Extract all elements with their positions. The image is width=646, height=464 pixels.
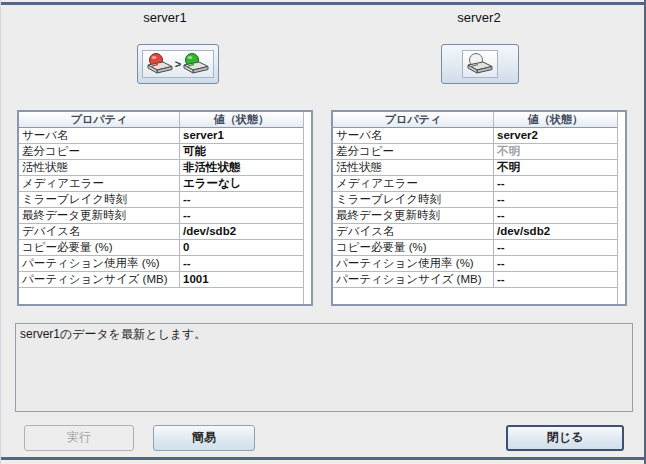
server2-table-scrollbar-gutter <box>617 112 625 304</box>
property-cell: パーティションサイズ (MB) <box>333 272 494 287</box>
value-cell: -- <box>180 208 303 223</box>
value-cell: -- <box>494 192 617 207</box>
server1-table-scrollbar-gutter <box>303 112 311 304</box>
property-cell: コピー必要量 (%) <box>333 240 494 255</box>
value-cell: 不明 <box>494 160 617 175</box>
value-column-header: 値（状態） <box>180 112 303 127</box>
server1-mirror-recovery-button[interactable]: > <box>137 44 219 84</box>
property-cell: サーバ名 <box>333 128 494 143</box>
property-cell: コピー必要量 (%) <box>19 240 180 255</box>
table-row: メディアエラーエラーなし <box>19 176 303 192</box>
execute-button[interactable]: 実行 <box>24 425 134 451</box>
value-cell: -- <box>494 176 617 191</box>
server2-status-table: プロパティ 値（状態） サーバ名server2 差分コピー不明 活性状態不明 メ… <box>331 110 627 306</box>
table-row: 差分コピー可能 <box>19 144 303 160</box>
property-cell: デバイス名 <box>19 224 180 239</box>
green-disk-icon <box>182 52 210 76</box>
property-cell: 差分コピー <box>333 144 494 159</box>
table-row: 差分コピー不明 <box>333 144 617 160</box>
table-row: パーティションサイズ (MB)1001 <box>19 272 303 288</box>
value-cell: 可能 <box>180 144 303 159</box>
server1-status-table: プロパティ 値（状態） サーバ名server1 差分コピー可能 活性状態非活性状… <box>17 110 313 306</box>
value-cell: -- <box>180 256 303 271</box>
property-cell: サーバ名 <box>19 128 180 143</box>
property-cell: ミラーブレイク時刻 <box>19 192 180 207</box>
close-button[interactable]: 閉じる <box>506 425 624 451</box>
value-cell: -- <box>494 208 617 223</box>
value-cell: 不明 <box>494 144 617 159</box>
table-row: パーティション使用率 (%)-- <box>333 256 617 272</box>
operation-message-area: server1のデータを最新とします。 <box>15 323 633 412</box>
table-row: デバイス名/dev/sdb2 <box>333 224 617 240</box>
value-column-header: 値（状態） <box>494 112 617 127</box>
table-row: ミラーブレイク時刻-- <box>333 192 617 208</box>
property-cell: デバイス名 <box>333 224 494 239</box>
table-row: パーティション使用率 (%)-- <box>19 256 303 272</box>
property-cell: メディアエラー <box>19 176 180 191</box>
property-cell: 差分コピー <box>19 144 180 159</box>
value-cell: 1001 <box>180 272 303 287</box>
value-cell: /dev/sdb2 <box>180 224 303 239</box>
unknown-state-gray-disk-icon <box>462 50 498 78</box>
server1-title: server1 <box>17 10 313 25</box>
property-cell: 活性状態 <box>19 160 180 175</box>
server2-title: server2 <box>331 10 627 25</box>
value-cell: エラーなし <box>180 176 303 191</box>
property-cell: 最終データ更新時刻 <box>333 208 494 223</box>
property-column-header: プロパティ <box>19 112 180 127</box>
table-row: 活性状態非活性状態 <box>19 160 303 176</box>
red-disk-icon <box>146 52 174 76</box>
value-cell: -- <box>494 272 617 287</box>
value-cell: -- <box>494 256 617 271</box>
table-row: コピー必要量 (%)0 <box>19 240 303 256</box>
property-cell: パーティションサイズ (MB) <box>19 272 180 287</box>
table-row: 活性状態不明 <box>333 160 617 176</box>
table-row: メディアエラー-- <box>333 176 617 192</box>
value-cell: -- <box>494 240 617 255</box>
server2-state-button[interactable] <box>441 44 519 84</box>
table-row: サーバ名server1 <box>19 128 303 144</box>
mirror-disk-helper-window: server1 server2 > <box>0 0 646 464</box>
value-cell: 0 <box>180 240 303 255</box>
table-row: サーバ名server2 <box>333 128 617 144</box>
copy-direction-arrow: > <box>175 59 181 70</box>
property-cell: メディアエラー <box>333 176 494 191</box>
table-row: 最終データ更新時刻-- <box>333 208 617 224</box>
property-cell: ミラーブレイク時刻 <box>333 192 494 207</box>
value-cell: /dev/sdb2 <box>494 224 617 239</box>
value-cell: -- <box>180 192 303 207</box>
simple-mode-button[interactable]: 簡易 <box>153 425 255 451</box>
table-row: コピー必要量 (%)-- <box>333 240 617 256</box>
property-cell: パーティション使用率 (%) <box>333 256 494 271</box>
table-row: デバイス名/dev/sdb2 <box>19 224 303 240</box>
value-cell: server2 <box>494 128 617 143</box>
table-row: 最終データ更新時刻-- <box>19 208 303 224</box>
gray-disk-icon <box>466 52 494 76</box>
table-header-row: プロパティ 値（状態） <box>19 112 303 128</box>
property-cell: 活性状態 <box>333 160 494 175</box>
property-cell: 最終データ更新時刻 <box>19 208 180 223</box>
property-column-header: プロパティ <box>333 112 494 127</box>
table-header-row: プロパティ 値（状態） <box>333 112 617 128</box>
table-row: パーティションサイズ (MB)-- <box>333 272 617 288</box>
value-cell: server1 <box>180 128 303 143</box>
property-cell: パーティション使用率 (%) <box>19 256 180 271</box>
table-row: ミラーブレイク時刻-- <box>19 192 303 208</box>
mirror-recovery-red-to-green-disk-icon: > <box>142 50 214 78</box>
window-frame-bottom <box>1 457 646 460</box>
value-cell: 非活性状態 <box>180 160 303 175</box>
window-frame-top <box>1 2 646 5</box>
